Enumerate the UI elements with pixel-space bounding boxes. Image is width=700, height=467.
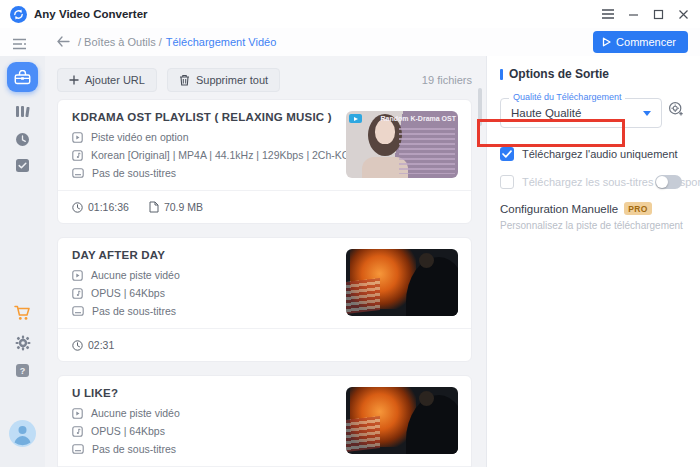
audio-track-info: OPUS | 64Kbps bbox=[91, 287, 165, 299]
output-options-panel: Options de Sortie Qualité du Téléchargem… bbox=[488, 56, 700, 467]
toolbox-icon bbox=[14, 70, 31, 85]
manual-config-hint: Personnalisez la piste de téléchargement bbox=[500, 220, 688, 231]
svg-text:?: ? bbox=[20, 366, 26, 376]
video-track-info: Aucune piste vidéo bbox=[91, 269, 180, 281]
duration-clock-icon bbox=[72, 340, 83, 351]
video-track-icon bbox=[72, 408, 83, 419]
quality-dropdown-label: Qualité du Téléchargement bbox=[509, 92, 625, 102]
thumbnail-caption: Random K-Drama OST bbox=[381, 115, 456, 122]
pro-badge: PRO bbox=[624, 202, 651, 215]
question-icon: ? bbox=[15, 363, 30, 378]
audio-only-checkbox[interactable] bbox=[500, 147, 514, 161]
audio-track-icon bbox=[72, 288, 83, 299]
video-track-info: Piste vidéo en option bbox=[91, 131, 188, 143]
clock-icon bbox=[15, 132, 30, 147]
manual-config-toggle[interactable] bbox=[655, 175, 682, 189]
quality-dropdown-value: Haute Qualité bbox=[511, 107, 581, 119]
collapse-sidebar-icon[interactable] bbox=[13, 36, 29, 48]
files-count: 19 fichiers bbox=[422, 74, 472, 86]
gear-icon bbox=[15, 335, 31, 351]
breadcrumb-root[interactable]: / Boîtes à Outils / bbox=[78, 36, 162, 48]
subtitle-icon bbox=[72, 168, 84, 178]
video-thumbnail[interactable] bbox=[346, 249, 458, 316]
subtitles-checkbox[interactable] bbox=[500, 175, 514, 189]
maximize-icon[interactable] bbox=[651, 7, 665, 21]
sidebar-item-completed[interactable] bbox=[0, 158, 45, 173]
quality-dropdown[interactable]: Qualité du Téléchargement Haute Qualité bbox=[500, 98, 662, 128]
subtitle-icon bbox=[72, 306, 84, 316]
panel-header: Options de Sortie bbox=[500, 67, 688, 81]
plus-icon bbox=[69, 75, 79, 85]
sidebar-item-store[interactable] bbox=[0, 305, 45, 321]
user-avatar[interactable] bbox=[0, 420, 45, 447]
audio-track-info: Korean [Original] | MP4A | 44.1kHz | 129… bbox=[91, 149, 358, 161]
download-list: Ajouter URL Supprimer tout 19 fichiers K… bbox=[45, 56, 487, 467]
start-button-label: Commencer bbox=[616, 36, 676, 48]
window-controls bbox=[601, 0, 690, 28]
sidebar-item-history[interactable] bbox=[0, 132, 45, 147]
audio-track-info: OPUS | 64Kbps bbox=[91, 425, 165, 437]
library-icon bbox=[15, 104, 30, 119]
video-track-icon bbox=[72, 270, 83, 281]
subtitle-info: Pas de sous-titres bbox=[92, 167, 176, 179]
subtitle-info: Pas de sous-titres bbox=[92, 305, 176, 317]
minimize-icon[interactable] bbox=[626, 7, 640, 21]
menu-icon[interactable] bbox=[601, 7, 615, 21]
titlebar: Any Video Converter bbox=[0, 0, 700, 28]
filesize-stat: 70.9 MB bbox=[149, 201, 203, 213]
duration-stat: 02:31 bbox=[72, 339, 114, 351]
sidebar-item-library[interactable] bbox=[0, 104, 45, 119]
avatar-icon bbox=[9, 420, 36, 447]
scrollbar-thumb[interactable] bbox=[478, 88, 482, 126]
add-url-label: Ajouter URL bbox=[85, 74, 145, 86]
shopping-cart-icon bbox=[14, 305, 31, 321]
play-icon bbox=[602, 37, 611, 47]
chevron-down-icon bbox=[643, 111, 651, 116]
video-track-info: Aucune piste vidéo bbox=[91, 407, 180, 419]
duration-stat: 01:16:36 bbox=[72, 201, 129, 213]
start-button[interactable]: Commencer bbox=[593, 31, 688, 53]
trash-icon bbox=[179, 74, 190, 86]
delete-all-button[interactable]: Supprimer tout bbox=[167, 68, 280, 92]
back-arrow-icon[interactable] bbox=[57, 36, 70, 49]
sidebar: ? bbox=[0, 56, 45, 467]
breadcrumb-bar: / Boîtes à Outils / Téléchargement Vidéo… bbox=[0, 28, 700, 56]
video-thumbnail[interactable]: Random K-Drama OST bbox=[346, 111, 458, 178]
list-toolbar: Ajouter URL Supprimer tout 19 fichiers bbox=[57, 64, 472, 96]
advanced-quality-icon[interactable] bbox=[668, 101, 684, 121]
list-item[interactable]: DAY AFTER DAY Aucune piste vidéo OPUS | … bbox=[57, 237, 472, 362]
list-item[interactable]: U LIKE? Aucune piste vidéo OPUS | 64Kbps… bbox=[57, 375, 472, 467]
app-title: Any Video Converter bbox=[34, 8, 148, 20]
audio-track-icon bbox=[72, 150, 83, 161]
check-square-icon bbox=[15, 158, 30, 173]
sidebar-item-help[interactable]: ? bbox=[0, 363, 45, 378]
delete-all-label: Supprimer tout bbox=[196, 74, 268, 86]
add-url-button[interactable]: Ajouter URL bbox=[57, 68, 157, 92]
subtitle-info: Pas de sous-titres bbox=[92, 443, 176, 455]
accent-bar bbox=[500, 69, 503, 80]
toggle-knob bbox=[656, 176, 668, 188]
audio-only-label: Téléchargez l'audio uniquement bbox=[522, 148, 678, 160]
close-icon[interactable] bbox=[676, 7, 690, 21]
breadcrumb-current: Téléchargement Vidéo bbox=[166, 36, 276, 48]
panel-title: Options de Sortie bbox=[509, 67, 609, 81]
sidebar-item-settings[interactable] bbox=[0, 335, 45, 351]
video-thumbnail[interactable] bbox=[346, 387, 458, 454]
manual-config-label: Configuration Manuelle bbox=[500, 203, 618, 215]
thumbnail-play-badge bbox=[349, 114, 362, 123]
audio-track-icon bbox=[72, 426, 83, 437]
duration-clock-icon bbox=[72, 202, 83, 213]
list-item[interactable]: KDRAMA OST PLAYLIST ( RELAXING MUSIC ) P… bbox=[57, 99, 472, 224]
audio-only-checkbox-row[interactable]: Téléchargez l'audio uniquement bbox=[500, 147, 688, 161]
video-track-icon bbox=[72, 132, 83, 143]
checkmark-icon bbox=[502, 150, 512, 158]
manual-config-row: Configuration Manuelle PRO bbox=[500, 202, 688, 215]
app-window: Any Video Converter / Boîtes à Outils / … bbox=[0, 0, 700, 467]
subtitle-icon bbox=[72, 444, 84, 454]
file-icon bbox=[149, 201, 159, 213]
app-logo-icon bbox=[10, 6, 27, 23]
sidebar-item-video-downloader[interactable] bbox=[7, 62, 38, 92]
